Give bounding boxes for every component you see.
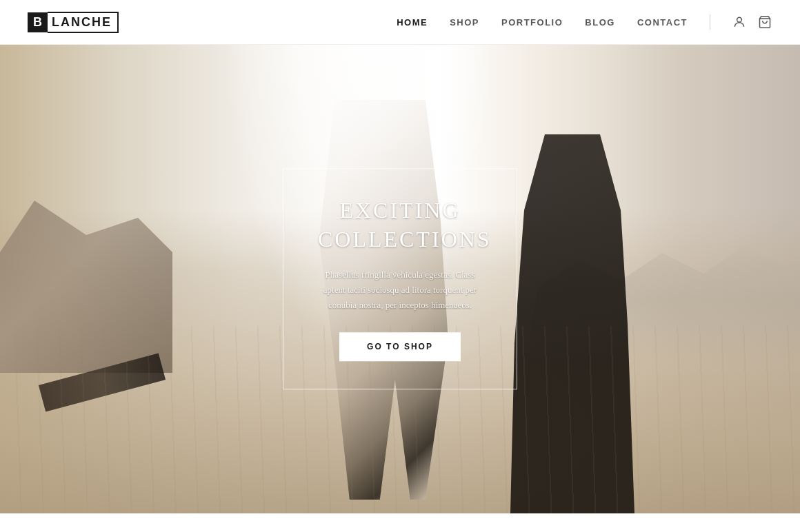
nav-divider: [710, 14, 710, 30]
hero-content-box: EXCITING COLLECTIONS Phasellus fringilla…: [283, 168, 517, 389]
nav-blog[interactable]: BLOG: [585, 17, 615, 28]
site-header: B LANCHE HOME SHOP PORTFOLIO BLOG CONTAC…: [0, 0, 800, 45]
logo-name: LANCHE: [48, 12, 119, 33]
cart-icon[interactable]: [757, 15, 772, 29]
nav-home[interactable]: HOME: [397, 17, 428, 28]
main-nav: HOME SHOP PORTFOLIO BLOG CONTACT: [397, 14, 772, 30]
svg-point-0: [737, 17, 742, 22]
user-icon[interactable]: [732, 15, 746, 29]
logo-b: B: [28, 12, 48, 32]
hero-description: Phasellus fringilla vehicula egestas. Cl…: [318, 267, 482, 313]
hero-title: EXCITING COLLECTIONS: [318, 196, 482, 254]
logo[interactable]: B LANCHE: [28, 12, 119, 33]
nav-contact[interactable]: CONTACT: [637, 17, 688, 28]
nav-icons: [732, 15, 772, 29]
go-to-shop-button[interactable]: GO TO SHOP: [339, 333, 461, 362]
nav-portfolio[interactable]: PORTFOLIO: [501, 17, 563, 28]
hero-section: EXCITING COLLECTIONS Phasellus fringilla…: [0, 45, 800, 513]
bottom-section: HAND MADE GARMENTS: [0, 513, 800, 532]
nav-shop[interactable]: SHOP: [450, 17, 479, 28]
